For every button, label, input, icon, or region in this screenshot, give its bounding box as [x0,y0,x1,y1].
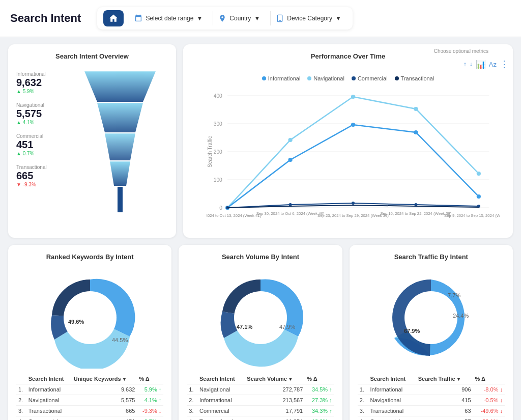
more-options-icon[interactable]: ⋮ [500,59,509,70]
svg-point-20 [351,95,355,99]
svg-point-22 [477,172,481,176]
date-range-dropdown[interactable]: Select date range ▼ [129,11,208,25]
legend-dot-commercial [352,76,356,80]
stat-label-transactional: Transactional [16,164,67,170]
ranked-keywords-donut: 49.6% 44.5% [16,267,163,369]
table-row: 1. Navigational 272,787 34.5% ↑ [187,384,334,395]
table-row: 2. Navigational 415 -0.5% ↓ [358,395,505,406]
az-icon[interactable]: Az [489,61,497,68]
stat-value-commercial: 451 [16,139,67,151]
svg-text:0: 0 [219,205,222,211]
stat-transactional: Transactional 665 ▼ -9.3% [16,164,67,187]
search-volume-table: Search Intent Search Volume % Δ 1. Navig… [187,374,334,420]
arrow-down-icon[interactable]: ↓ [470,61,473,68]
overview-card: Search Intent Overview Informational 9,6… [8,44,176,238]
stat-value-transactional: 665 [16,170,67,182]
overview-stats: Informational 9,632 ▲ 5.9% Navigational … [16,66,67,219]
table-row: 3. Transactional 665 -9.3% ↓ [16,406,163,416]
performance-card: Performance Over Time Choose optional me… [183,44,513,238]
col-unique-keywords[interactable]: Unique Keywords [72,374,137,384]
svg-point-42 [234,291,287,344]
stat-label-navigational: Navigational [16,102,67,108]
stat-commercial: Commercial 451 ▲ 0.7% [16,133,67,156]
svg-rect-0 [278,15,282,21]
legend-dot-informational [262,76,266,80]
table-row: 4. Commercial 451 0.7% ↑ [16,416,163,421]
device-category-dropdown[interactable]: Device Category ▼ [270,11,346,25]
stat-navigational: Navigational 5,575 ▲ 4.1% [16,102,67,125]
ranked-keywords-card: Ranked Keywords By Intent [8,245,171,420]
col-search-volume[interactable]: Search Volume [245,374,305,384]
overview-title: Search Intent Overview [16,52,168,60]
country-arrow: ▼ [254,15,260,22]
svg-text:Sep 16, 2024 to Sep 22, 2024 (: Sep 16, 2024 to Sep 22, 2024 (Week 38) [381,211,452,216]
table-row: 3. Transactional 63 -49.6% ↓ [358,406,505,416]
country-label: Country [229,15,251,22]
svg-text:47.1%: 47.1% [237,324,252,330]
svg-point-27 [477,194,481,199]
legend-transactional: Transactional [395,75,435,81]
chart-container: 400 300 200 100 0 Search Traffic [207,86,500,219]
svg-text:67.9%: 67.9% [404,328,420,334]
svg-text:Sep 9, 2024 to Sep 15, 2024 (W: Sep 9, 2024 to Sep 15, 2024 (Week 37) [444,213,500,218]
stat-label-informational: Informational [16,71,67,77]
stat-label-commercial: Commercial [16,133,67,139]
svg-text:100: 100 [214,177,223,183]
svg-text:300: 300 [214,121,223,127]
search-traffic-card: Search Traffic By Intent 67.9% 24.4% 7.7… [350,245,513,420]
stat-informational: Informational 9,632 ▲ 5.9% [16,71,67,94]
table-row: 1. Informational 906 -8.0% ↓ [358,384,505,395]
header-controls: Select date range ▼ Country ▼ Device Cat… [97,7,353,30]
legend-dot-transactional [395,76,399,80]
overview-content: Informational 9,632 ▲ 5.9% Navigational … [16,66,168,219]
svg-text:44.5%: 44.5% [112,337,128,343]
device-arrow: ▼ [335,15,341,22]
svg-point-25 [351,123,355,127]
svg-rect-6 [118,187,123,212]
svg-point-24 [288,158,292,162]
arrow-up-icon[interactable]: ↑ [464,61,467,68]
svg-text:400: 400 [214,93,223,99]
chart-toolbar: ↑ ↓ 📊 Az ⋮ [464,59,509,70]
table-row: 4. Commercial 57 -32.1% ↓ [358,416,505,421]
top-row: Search Intent Overview Informational 9,6… [8,44,513,238]
chart-settings-icon[interactable]: 📊 [476,60,486,69]
country-dropdown[interactable]: Country ▼ [213,11,265,25]
stat-value-navigational: 5,575 [16,108,67,120]
legend-dot-navigational [307,76,311,80]
col-pct: % Δ [305,374,334,384]
device-category-label: Device Category [287,15,332,22]
ranked-keywords-table: Search Intent Unique Keywords % Δ 1. Inf… [16,374,163,420]
col-rank [358,374,368,384]
stat-change-transactional: ▼ -9.3% [16,182,67,187]
stat-change-commercial: ▲ 0.7% [16,151,67,156]
page-title: Search Intent [10,12,81,25]
table-row: 1. Informational 9,632 5.9% ↑ [16,384,163,395]
col-search-traffic[interactable]: Search Traffic [416,374,473,384]
date-range-arrow: ▼ [196,15,202,22]
funnel-chart [72,66,168,219]
svg-point-21 [414,107,418,111]
home-button[interactable] [103,10,124,26]
search-traffic-title: Search Traffic By Intent [358,253,505,261]
col-pct: % Δ [137,374,163,384]
search-volume-title: Search Volume By Intent [187,253,334,261]
table-row: 3. Commercial 17,791 34.3% ↑ [187,406,334,416]
stat-change-navigational: ▲ 4.1% [16,120,67,125]
svg-point-19 [288,138,292,142]
optional-metrics-label: Choose optional metrics [434,48,488,54]
svg-text:Search Traffic: Search Traffic [207,136,213,167]
legend-commercial: Commercial [352,75,388,81]
stat-value-informational: 9,632 [16,77,67,89]
svg-text:Oct 7, 2024 to Oct 13, 2024 (W: Oct 7, 2024 to Oct 13, 2024 (Week 41) [207,213,262,218]
col-pct: % Δ [473,374,505,384]
svg-text:49.6%: 49.6% [68,319,84,325]
main-content: Search Intent Overview Informational 9,6… [0,37,521,420]
svg-text:Sep 23, 2024 to Sep 29, 2024 (: Sep 23, 2024 to Sep 29, 2024 (Week 39) [317,213,389,218]
svg-text:200: 200 [214,149,223,155]
search-volume-donut: 47.1% 47.9% [187,267,334,369]
stat-change-informational: ▲ 5.9% [16,89,67,94]
svg-text:Sep 30, 2024 to Oct 6, 2024 (W: Sep 30, 2024 to Oct 6, 2024 (Week 40) [256,211,325,216]
ranked-keywords-title: Ranked Keywords By Intent [16,253,163,261]
header: Search Intent Select date range ▼ Countr… [0,0,521,37]
